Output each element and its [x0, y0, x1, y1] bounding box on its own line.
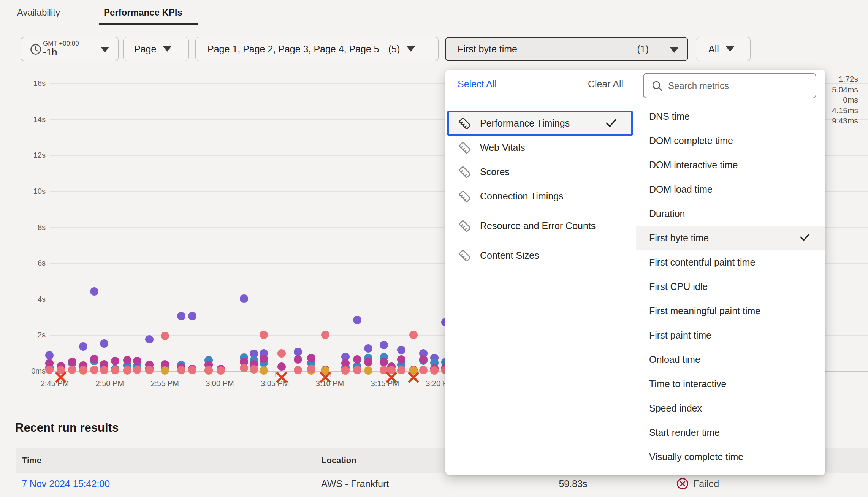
data-point-series-gold[interactable]	[260, 366, 268, 375]
data-point-series-gold[interactable]	[364, 366, 372, 375]
metric-item-label: First byte time	[649, 233, 709, 244]
run-time-link[interactable]: 7 Nov 2024 15:42:00	[22, 478, 110, 489]
column-header-location-label: Location	[322, 456, 356, 465]
data-point-series-salmon[interactable]	[430, 366, 439, 375]
data-point-series-salmon[interactable]	[250, 365, 258, 374]
category-item-web-vitals[interactable]: Web Vitals	[445, 136, 635, 160]
category-item-scores[interactable]: Scores	[445, 160, 635, 184]
category-item-resource-and-error-counts[interactable]: Resource and Error Counts	[445, 209, 635, 244]
data-point-series-magenta[interactable]	[90, 355, 98, 363]
data-point-series-magenta[interactable]	[260, 355, 268, 363]
failed-run-x-marker[interactable]	[385, 371, 398, 385]
data-point-series-magenta[interactable]	[277, 362, 286, 371]
data-point-series-salmon[interactable]	[341, 366, 350, 375]
ruler-icon	[458, 165, 472, 179]
category-item-content-sizes[interactable]: Content Sizes	[445, 244, 635, 268]
metric-item-first-meaningful-paint-time[interactable]: First meaningful paint time	[636, 299, 825, 323]
data-point-series-salmon[interactable]	[409, 331, 418, 339]
metric-item-onload-time[interactable]: Onload time	[636, 347, 825, 372]
ruler-icon	[458, 249, 472, 263]
failed-run-x-marker[interactable]	[407, 371, 420, 385]
data-point-series-salmon[interactable]	[100, 366, 108, 374]
metric-item-first-byte-time[interactable]: First byte time	[636, 226, 825, 250]
data-point-series-salmon[interactable]	[217, 366, 225, 375]
metric-item-speed-index[interactable]: Speed index	[636, 396, 825, 420]
data-point-series-magenta[interactable]	[133, 357, 141, 365]
data-point-series-salmon[interactable]	[133, 366, 141, 374]
y-axis-label: 0ms	[4, 367, 46, 375]
data-point-series-salmon[interactable]	[419, 366, 428, 374]
metric-item-first-cpu-idle[interactable]: First CPU idle	[636, 274, 825, 299]
run-status-cell: Failed	[676, 478, 719, 490]
data-point-series-salmon[interactable]	[177, 366, 185, 374]
data-point-series-salmon[interactable]	[90, 366, 98, 374]
data-point-series-salmon[interactable]	[260, 331, 268, 339]
data-point-series-purple[interactable]	[145, 335, 154, 343]
data-point-series-magenta[interactable]	[294, 355, 302, 364]
metric-item-dom-load-time[interactable]: DOM load time	[636, 177, 825, 201]
data-point-series-salmon[interactable]	[123, 366, 131, 374]
data-point-series-magenta[interactable]	[123, 356, 131, 364]
category-item-performance-timings[interactable]: Performance Timings	[447, 111, 633, 136]
data-point-series-gold[interactable]	[161, 366, 169, 375]
data-point-series-purple[interactable]	[100, 339, 108, 348]
metric-item-label: First CPU idle	[649, 281, 708, 292]
data-point-series-salmon[interactable]	[68, 366, 76, 374]
metric-item-time-to-interactive[interactable]: Time to interactive	[636, 372, 825, 396]
metric-item-duration[interactable]: Duration	[636, 201, 825, 226]
metric-item-label: Duration	[649, 208, 685, 219]
failed-run-x-marker[interactable]	[319, 371, 331, 385]
data-point-series-magenta[interactable]	[380, 358, 388, 366]
data-point-series-salmon[interactable]	[397, 366, 405, 374]
data-point-series-salmon[interactable]	[45, 366, 54, 374]
data-point-series-purple[interactable]	[45, 351, 54, 359]
data-point-series-magenta[interactable]	[111, 357, 119, 365]
y-axis-label: 8s	[4, 223, 46, 231]
data-point-series-purple[interactable]	[294, 348, 302, 356]
data-point-series-salmon[interactable]	[240, 364, 248, 372]
data-point-series-magenta[interactable]	[419, 355, 428, 364]
data-point-series-purple[interactable]	[79, 342, 87, 351]
data-point-series-salmon[interactable]	[294, 366, 302, 374]
metric-item-label: DNS time	[649, 111, 690, 122]
metric-item-first-contentful-paint-time[interactable]: First contentful paint time	[636, 250, 825, 274]
data-point-series-purple[interactable]	[240, 294, 248, 303]
data-point-series-purple[interactable]	[397, 346, 405, 354]
data-point-series-salmon[interactable]	[277, 349, 286, 358]
data-point-series-purple[interactable]	[380, 341, 388, 349]
metric-item-first-paint-time[interactable]: First paint time	[636, 323, 825, 347]
data-point-series-purple[interactable]	[353, 316, 361, 324]
data-point-series-salmon[interactable]	[188, 366, 196, 374]
category-item-label: Scores	[480, 166, 510, 179]
data-point-series-salmon[interactable]	[307, 365, 315, 373]
failed-run-x-marker[interactable]	[55, 371, 67, 385]
data-point-series-magenta[interactable]	[364, 358, 372, 366]
metric-item-visually-complete-time[interactable]: Visually complete time	[636, 445, 825, 469]
data-point-series-salmon[interactable]	[111, 366, 119, 374]
data-point-series-magenta[interactable]	[68, 358, 76, 366]
data-point-series-purple[interactable]	[188, 312, 196, 320]
data-point-series-salmon[interactable]	[145, 366, 154, 374]
column-header-time[interactable]: Time	[16, 448, 315, 473]
metric-item-dom-interactive-time[interactable]: DOM interactive time	[636, 153, 825, 177]
metric-item-label: DOM interactive time	[649, 160, 738, 171]
metric-item-dns-time[interactable]: DNS time	[636, 104, 825, 128]
data-point-series-salmon[interactable]	[353, 366, 361, 374]
category-item-connection-timings[interactable]: Connection Timings	[445, 184, 635, 209]
data-point-series-magenta[interactable]	[307, 354, 315, 362]
data-point-series-purple[interactable]	[177, 312, 185, 320]
data-point-series-salmon[interactable]	[321, 331, 329, 339]
data-point-series-magenta[interactable]	[353, 355, 361, 364]
data-point-series-purple[interactable]	[364, 344, 372, 353]
search-metrics-input[interactable]	[668, 81, 805, 91]
metric-item-start-render-time[interactable]: Start render time	[636, 420, 825, 445]
x-axis-tick	[110, 371, 111, 377]
data-point-series-salmon[interactable]	[161, 332, 169, 340]
data-point-series-magenta[interactable]	[397, 355, 405, 364]
data-point-series-salmon[interactable]	[79, 366, 87, 374]
metric-item-dom-complete-time[interactable]: DOM complete time	[636, 128, 825, 153]
failed-run-x-marker[interactable]	[276, 371, 288, 385]
data-point-series-salmon[interactable]	[204, 366, 213, 374]
data-point-series-purple[interactable]	[90, 287, 98, 296]
category-item-label: Performance Timings	[480, 117, 570, 130]
